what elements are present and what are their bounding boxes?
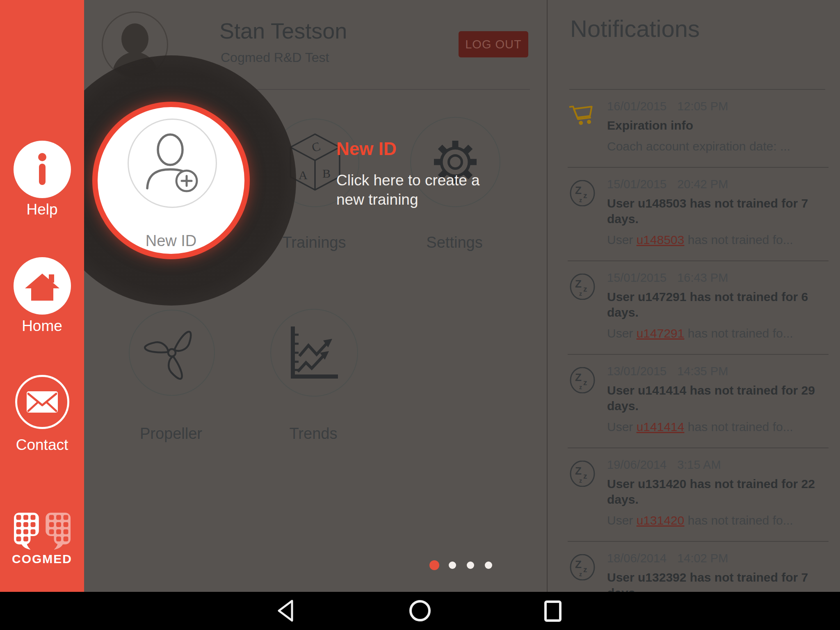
tooltip-title: New ID <box>336 139 480 159</box>
notification-entry[interactable]: Z z z 15/01/201520:42 PM User u148503 ha… <box>568 168 829 261</box>
grid-label-new-id: New ID <box>130 232 212 250</box>
user-id-link[interactable]: u148503 <box>637 233 685 247</box>
grid-label-trends: Trends <box>272 425 354 443</box>
user-id-link[interactable]: u141414 <box>637 420 685 434</box>
notification-date: 19/06/20143:15 AM <box>607 457 829 472</box>
info-icon <box>14 141 71 198</box>
notification-title: User u141414 has not trained for 29 days… <box>607 383 829 414</box>
notification-date: 15/01/201516:43 PM <box>607 270 829 285</box>
svg-text:z: z <box>583 191 587 200</box>
notification-entry[interactable]: Z z z 15/01/201516:43 PM User u147291 ha… <box>568 261 829 355</box>
notification-title: User u147291 has not trained for 6 days. <box>607 289 829 320</box>
notification-title: User u131420 has not trained for 22 days… <box>607 476 829 507</box>
android-recents-icon[interactable] <box>544 600 562 622</box>
notification-body: User u147291 has not trained fo... <box>607 325 829 342</box>
notification-date: 16/01/201512:05 PM <box>607 99 829 114</box>
svg-text:B: B <box>322 167 331 180</box>
svg-text:z: z <box>583 565 587 574</box>
tutorial-tooltip: New ID Click here to create a new traini… <box>336 139 480 209</box>
notifications-list[interactable]: Z z z 16/01/201512:05 PM Expiration info… <box>568 90 829 630</box>
sleep-zzz-icon: Z z z <box>569 554 596 580</box>
svg-text:z: z <box>579 477 582 484</box>
notification-body: Coach account expiration date: ... <box>607 138 829 155</box>
user-id-link[interactable]: u131420 <box>637 514 685 527</box>
sidebar-item-contact[interactable]: Contact <box>0 375 84 463</box>
sleep-zzz-icon: Z z z <box>569 180 596 206</box>
grid-item-trends[interactable] <box>270 309 358 397</box>
sleep-zzz-icon: Z z z <box>569 461 596 487</box>
svg-text:z: z <box>583 285 587 293</box>
grid-label-settings: Settings <box>413 234 495 251</box>
sidebar-item-home[interactable]: Home <box>0 257 84 343</box>
sidebar: Help Home Conta <box>0 0 84 592</box>
svg-text:Z: Z <box>575 558 582 571</box>
svg-text:Z: Z <box>575 184 582 196</box>
notification-entry[interactable]: Z z z 19/06/20143:15 AM User u131420 has… <box>568 448 829 542</box>
sidebar-item-help[interactable]: Help <box>0 141 84 227</box>
pager-dot-3[interactable] <box>467 562 474 569</box>
android-home-icon[interactable] <box>409 599 431 622</box>
svg-text:z: z <box>579 384 582 390</box>
person-plus-icon <box>129 120 213 204</box>
notification-body: User u131420 has not trained fo... <box>607 512 829 529</box>
sidebar-label-contact: Contact <box>0 436 84 454</box>
pager-dot-4[interactable] <box>485 562 492 569</box>
svg-text:Z: Z <box>575 278 582 290</box>
pager-dot-2[interactable] <box>449 562 456 569</box>
sidebar-label-help: Help <box>0 201 84 218</box>
notification-date: 13/01/201514:35 PM <box>607 364 829 379</box>
svg-text:z: z <box>579 290 582 297</box>
grid-label-propeller: Propeller <box>130 425 212 443</box>
cart-icon <box>569 102 596 128</box>
svg-text:z: z <box>583 378 587 387</box>
cogmed-logo: COGMED <box>0 513 84 566</box>
notification-date: 18/06/201414:02 PM <box>607 551 829 566</box>
svg-text:z: z <box>579 571 582 578</box>
sleep-zzz-icon: Z z z <box>569 274 596 300</box>
sleep-zzz-icon: Z z z <box>569 367 596 393</box>
svg-text:z: z <box>583 472 587 480</box>
user-id-link[interactable]: u147291 <box>637 326 685 340</box>
svg-text:z: z <box>579 197 582 203</box>
home-icon <box>14 257 71 315</box>
notification-entry[interactable]: Z z z 13/01/201514:35 PM User u141414 ha… <box>568 355 829 448</box>
android-back-icon[interactable] <box>276 600 294 622</box>
notification-date: 15/01/201520:42 PM <box>607 177 829 192</box>
tooltip-body: Click here to create a new training <box>336 171 480 209</box>
notification-body: User u148503 has not trained fo... <box>607 232 829 248</box>
pager-dot-active[interactable] <box>429 560 439 570</box>
cogmed-logo-icon <box>11 513 73 550</box>
notification-body: User u141414 has not trained fo... <box>607 419 829 435</box>
notification-title: User u148503 has not trained for 7 days. <box>607 196 829 227</box>
notification-title: Expiration info <box>607 118 829 133</box>
new-id-inner-circle <box>128 119 217 208</box>
logout-button[interactable]: LOG OUT <box>459 31 528 57</box>
envelope-icon <box>15 375 69 429</box>
notifications-title: Notifications <box>570 15 700 42</box>
svg-text:Z: Z <box>575 371 582 383</box>
logout-label: LOG OUT <box>465 38 522 51</box>
user-name: Stan Testson <box>219 18 347 43</box>
cogmed-logo-text: COGMED <box>0 552 84 566</box>
notification-entry[interactable]: Z z z 16/01/201512:05 PM Expiration info… <box>568 90 829 168</box>
svg-text:Z: Z <box>575 465 582 477</box>
trends-chart-icon <box>271 310 357 396</box>
sidebar-label-home: Home <box>0 317 84 335</box>
